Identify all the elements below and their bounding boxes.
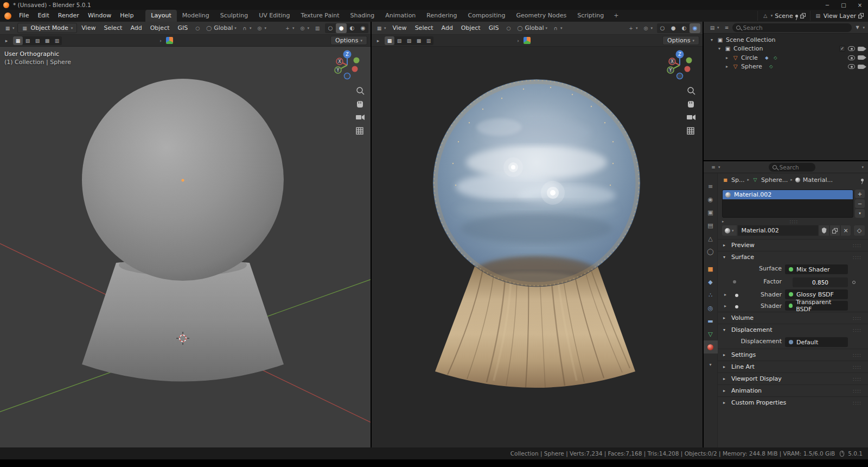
shading-solid-button[interactable]: ● (336, 23, 347, 33)
shader2-dropdown[interactable]: Transparent BSDF (785, 301, 848, 311)
editor-type-button[interactable]: ≡▾ (708, 162, 723, 172)
tab-modifiers[interactable]: ◆ (704, 275, 718, 288)
gizmo-x-label[interactable]: X (671, 59, 674, 64)
tool-header-toggle-icon[interactable]: ▸ (375, 38, 381, 43)
display-mode-icon[interactable]: ≡ (724, 25, 730, 30)
workspace-tab-layout[interactable]: Layout (145, 10, 176, 22)
options-dropdown[interactable]: Options▾ (330, 36, 367, 45)
material-name-field[interactable]: Material.002 (738, 225, 818, 236)
material-nodes-button[interactable]: ◇ (854, 225, 865, 236)
options-dropdown[interactable]: Options▾ (662, 36, 699, 45)
shading-material-button[interactable]: ◐ (347, 23, 358, 33)
orientation-dropdown[interactable]: ◯Global▾ (203, 23, 239, 33)
panel-settings[interactable]: ▸Settings:::: (718, 349, 868, 361)
camera-view-icon[interactable] (356, 115, 365, 120)
shading-wireframe-button[interactable]: ○ (657, 23, 668, 33)
breadcrumb-data[interactable]: Sphere... (761, 176, 788, 184)
move-view-tool-icon[interactable] (357, 101, 363, 108)
view-menu[interactable]: View (389, 24, 411, 31)
exclude-checkbox[interactable]: ✓ (839, 46, 845, 52)
menu-window[interactable]: Window (84, 10, 116, 22)
search-input[interactable] (743, 24, 848, 31)
select-mode-extend-button[interactable]: ▧ (23, 36, 33, 45)
tool-header-toggle-icon[interactable]: ▸ (3, 38, 10, 43)
slot-specials-button[interactable]: ▾ (855, 209, 865, 218)
gizmo-y-label[interactable]: Y (336, 68, 340, 73)
workspace-tab-rendering[interactable]: Rendering (421, 10, 462, 22)
select-mode-invert-button[interactable]: ▩ (414, 36, 424, 45)
scene-selector[interactable]: △ ▾ Scene (757, 11, 810, 21)
tab-object[interactable]: ■ (704, 262, 718, 275)
gizmo-z-label[interactable]: Z (678, 52, 681, 57)
hide-viewport-icon[interactable] (848, 55, 855, 60)
duplicate-material-button[interactable] (830, 225, 840, 236)
snap-toggle-button[interactable]: ∩▾ (550, 23, 565, 33)
properties-options-caret-icon[interactable]: ▾ (861, 165, 864, 169)
tab-particles[interactable]: ∴ (704, 288, 718, 301)
shading-wireframe-button[interactable]: ○ (325, 23, 336, 33)
surface-shader-dropdown[interactable]: Mix Shader (785, 264, 848, 274)
shading-rendered-button[interactable]: ◉ (690, 23, 700, 33)
select-mode-intersect-button[interactable]: ▥ (424, 36, 433, 45)
editor-type-button[interactable]: ▤▾ (707, 23, 722, 33)
shader1-dropdown[interactable]: Glossy BSDF (785, 289, 848, 299)
select-mode-subtract-button[interactable]: ▨ (404, 36, 414, 45)
tab-physics[interactable]: ◎ (704, 301, 718, 314)
select-mode-extend-button[interactable]: ▧ (394, 36, 404, 45)
disable-render-icon[interactable] (858, 47, 864, 51)
tree-row-circle[interactable]: ▸ ▽ Circle ◆ ◇ (704, 53, 868, 62)
filter-options-caret-icon[interactable]: ▾ (863, 26, 865, 30)
object-menu[interactable]: Object (146, 24, 174, 31)
tab-object-data[interactable]: ▽ (704, 327, 718, 340)
tree-row-sphere[interactable]: ▸ ▽ Sphere ◇ (704, 62, 868, 72)
move-view-tool-icon[interactable] (688, 101, 694, 108)
resize-grip-icon[interactable]: :::: (789, 219, 798, 224)
tab-tool[interactable]: ≡ (704, 180, 718, 193)
shading-material-button[interactable]: ◐ (679, 23, 690, 33)
add-workspace-button[interactable]: + (609, 10, 623, 22)
slot-expand-icon[interactable]: ▸ (722, 219, 724, 224)
tree-row-collection[interactable]: ▾ ▣ Collection ✓ (704, 45, 868, 54)
active-tool-icon[interactable] (166, 37, 173, 44)
displacement-dropdown[interactable]: Default (785, 337, 848, 347)
gis-menu[interactable]: GIS (174, 24, 192, 31)
select-menu[interactable]: Select (411, 24, 437, 31)
filter-icon[interactable]: ▼ (854, 25, 860, 30)
workspace-tab-texture-paint[interactable]: Texture Paint (296, 10, 345, 22)
disable-render-icon[interactable] (858, 55, 864, 60)
panel-preview[interactable]: ▸Preview:::: (718, 239, 868, 251)
show-overlays-button[interactable]: ◎▾ (640, 23, 655, 33)
viewport-right-canvas[interactable]: Z X Y (372, 47, 703, 447)
workspace-tab-shading[interactable]: Shading (345, 10, 380, 22)
menu-file[interactable]: File (15, 10, 33, 22)
gis-menu[interactable]: GIS (485, 24, 503, 31)
show-overlays-button[interactable]: ◎▾ (297, 23, 311, 33)
panel-custom-properties[interactable]: ▸Custom Properties:::: (718, 396, 868, 408)
tool-expand-icon[interactable]: › (157, 38, 164, 43)
select-mode-subtract-button[interactable]: ▨ (33, 36, 42, 45)
select-mode-new-button[interactable]: ▦ (13, 36, 23, 45)
hide-viewport-icon[interactable] (848, 64, 855, 69)
maximize-button[interactable]: □ (835, 0, 852, 10)
editor-type-button[interactable]: ▦▾ (374, 23, 388, 33)
shading-solid-button[interactable]: ● (668, 23, 679, 33)
tab-render[interactable]: ◉ (704, 193, 718, 206)
workspace-tab-scripting[interactable]: Scripting (572, 10, 609, 22)
blender-menu-button[interactable] (4, 12, 11, 20)
active-tool-icon[interactable] (524, 37, 531, 44)
object-menu[interactable]: Object (457, 24, 484, 31)
menu-help[interactable]: Help (116, 10, 138, 22)
disable-render-icon[interactable] (858, 65, 864, 69)
pin-scene-icon[interactable] (795, 15, 798, 17)
fake-user-button[interactable] (819, 225, 829, 236)
decorator-icon[interactable] (852, 281, 856, 284)
search-input[interactable] (780, 164, 812, 171)
expand-icon[interactable]: ▸ (724, 55, 730, 60)
snap-toggle-button[interactable]: ∩▾ (239, 23, 254, 33)
view-layer-selector[interactable]: ▤ View Layer (810, 11, 868, 21)
hide-viewport-icon[interactable] (848, 46, 855, 51)
material-slot-list[interactable]: Material.002 (722, 190, 853, 218)
mode-dropdown[interactable]: ▦Object Mode▾ (17, 23, 78, 33)
tab-constraints[interactable]: ▬ (704, 314, 718, 327)
expand-icon[interactable]: ▸ (724, 64, 730, 69)
